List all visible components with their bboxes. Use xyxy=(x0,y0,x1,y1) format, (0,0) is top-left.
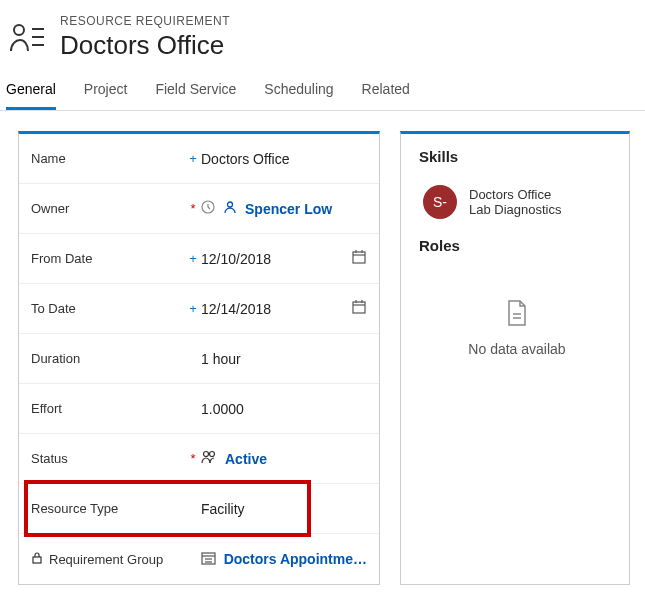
record-header: RESOURCE REQUIREMENT Doctors Office xyxy=(0,0,645,69)
no-data-text: No data availab xyxy=(468,341,565,357)
field-label: From Date xyxy=(31,251,185,266)
svg-point-5 xyxy=(228,202,233,207)
document-icon xyxy=(506,300,528,333)
field-label: Effort xyxy=(31,401,185,416)
field-label: Requirement Group xyxy=(31,552,185,567)
side-panel: Skills S- Doctors Office Lab Diagnostics… xyxy=(400,131,630,585)
field-value[interactable]: 1.0000 xyxy=(201,401,367,417)
svg-point-0 xyxy=(14,25,24,35)
skill-sub: Lab Diagnostics xyxy=(469,202,562,217)
required-marker: * xyxy=(185,451,201,466)
requirement-group-link[interactable]: Doctors Appointme… xyxy=(224,551,367,567)
field-label: Name xyxy=(31,151,185,166)
tab-scheduling[interactable]: Scheduling xyxy=(264,81,333,110)
svg-rect-16 xyxy=(33,557,41,563)
field-from-date[interactable]: From Date + 12/10/2018 xyxy=(19,234,379,284)
field-label: Owner xyxy=(31,201,185,216)
field-status[interactable]: Status * Active xyxy=(19,434,379,484)
entity-icon xyxy=(10,21,46,55)
field-resource-type[interactable]: Resource Type Facility xyxy=(19,484,379,534)
field-duration[interactable]: Duration 1 hour xyxy=(19,334,379,384)
field-value[interactable]: 12/14/2018 xyxy=(201,301,271,317)
calendar-icon[interactable] xyxy=(351,299,367,319)
field-label: Resource Type xyxy=(31,501,185,516)
field-label: Status xyxy=(31,451,185,466)
field-label: To Date xyxy=(31,301,185,316)
clock-icon xyxy=(201,200,215,217)
field-value[interactable]: 1 hour xyxy=(201,351,367,367)
calendar-icon[interactable] xyxy=(351,249,367,269)
field-effort[interactable]: Effort 1.0000 xyxy=(19,384,379,434)
tab-bar: General Project Field Service Scheduling… xyxy=(0,69,645,111)
tab-project[interactable]: Project xyxy=(84,81,128,110)
recommended-marker: + xyxy=(185,251,201,266)
field-value[interactable]: 12/10/2018 xyxy=(201,251,271,267)
status-link[interactable]: Active xyxy=(225,451,267,467)
field-label: Duration xyxy=(31,351,185,366)
field-to-date[interactable]: To Date + 12/14/2018 xyxy=(19,284,379,334)
no-data: No data availab xyxy=(419,300,615,357)
required-marker: * xyxy=(185,201,201,216)
tab-general[interactable]: General xyxy=(6,81,56,110)
owner-link[interactable]: Spencer Low xyxy=(245,201,332,217)
field-value[interactable]: Facility xyxy=(201,501,367,517)
form-panel: Name + Doctors Office Owner * Spencer Lo… xyxy=(18,131,380,585)
record-icon xyxy=(201,551,216,568)
recommended-marker: + xyxy=(185,301,201,316)
roles-heading: Roles xyxy=(419,237,615,254)
field-requirement-group[interactable]: Requirement Group Doctors Appointme… xyxy=(19,534,379,584)
svg-point-15 xyxy=(210,452,215,457)
people-icon xyxy=(201,450,217,467)
skills-heading: Skills xyxy=(419,148,615,165)
svg-rect-6 xyxy=(353,252,365,263)
svg-rect-10 xyxy=(353,302,365,313)
person-icon xyxy=(223,200,237,217)
lock-icon xyxy=(31,552,43,567)
page-title: Doctors Office xyxy=(60,30,230,61)
skill-name: Doctors Office xyxy=(469,187,562,202)
field-value[interactable]: Doctors Office xyxy=(201,151,367,167)
avatar: S- xyxy=(423,185,457,219)
field-owner[interactable]: Owner * Spencer Low xyxy=(19,184,379,234)
tab-related[interactable]: Related xyxy=(362,81,410,110)
entity-type-label: RESOURCE REQUIREMENT xyxy=(60,14,230,28)
recommended-marker: + xyxy=(185,151,201,166)
skill-item[interactable]: S- Doctors Office Lab Diagnostics xyxy=(419,179,615,237)
svg-point-14 xyxy=(204,452,209,457)
tab-field-service[interactable]: Field Service xyxy=(155,81,236,110)
field-name[interactable]: Name + Doctors Office xyxy=(19,134,379,184)
